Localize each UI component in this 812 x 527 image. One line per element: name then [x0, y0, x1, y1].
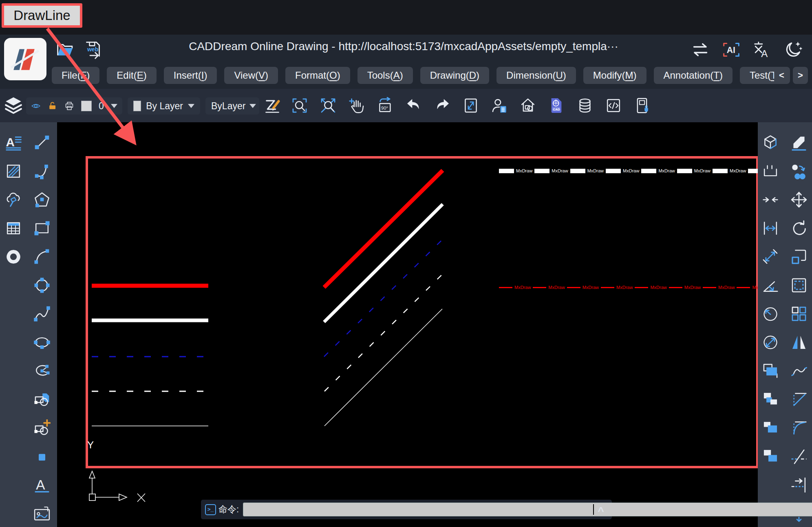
extend-tool[interactable]	[788, 445, 810, 468]
pencil-edit-icon[interactable]	[263, 97, 281, 115]
distance-tool[interactable]	[759, 217, 782, 240]
zoom-window-icon[interactable]	[291, 97, 308, 114]
scale-tool[interactable]	[788, 245, 810, 268]
drawing-entities[interactable]	[87, 157, 757, 467]
ellipse-arc-tool[interactable]	[31, 359, 53, 382]
zoom-extents-icon[interactable]	[320, 97, 337, 114]
translate-icon[interactable]: A	[752, 40, 772, 60]
eraser-tool[interactable]	[788, 131, 810, 154]
mxdraw-linetype-row-1[interactable]: MxDrawMxDrawMxDrawMxDrawMxDrawMxDrawMxDr…	[499, 168, 758, 174]
table-tool[interactable]	[2, 217, 25, 240]
box-3d-tool[interactable]	[759, 131, 782, 154]
move-tool[interactable]	[788, 188, 810, 211]
select-window-tool[interactable]	[788, 274, 810, 297]
draworder-mixed-tool[interactable]	[759, 388, 782, 411]
layers-icon[interactable]	[4, 96, 23, 115]
device-debug-icon[interactable]	[633, 97, 651, 114]
join-tool[interactable]	[759, 188, 782, 211]
draworder-above-tool[interactable]	[759, 417, 782, 439]
insert-block-tool[interactable]	[31, 417, 53, 439]
visibility-eye-icon[interactable]	[31, 101, 41, 111]
rotate-tool[interactable]	[788, 217, 810, 240]
menu-insert[interactable]: Insert(I)	[164, 67, 217, 84]
cad-file-icon[interactable]: CAD	[548, 97, 565, 114]
pan-icon[interactable]	[348, 97, 365, 114]
image-tool[interactable]	[31, 502, 53, 525]
save-web-icon[interactable]: web	[83, 40, 103, 60]
explode-tool[interactable]	[759, 160, 782, 183]
draworder-back-tool[interactable]	[759, 445, 782, 468]
command-prompt-label: 命令:	[218, 503, 239, 516]
polygon-tool[interactable]	[31, 188, 53, 211]
spline-tool[interactable]	[31, 302, 53, 325]
menu-view[interactable]: View(V)	[224, 67, 278, 84]
menu-tools[interactable]: Tools(A)	[357, 67, 413, 84]
menu-format[interactable]: Format(O)	[285, 67, 350, 84]
diameter-tool[interactable]	[759, 331, 782, 354]
fillet-tool[interactable]	[788, 417, 810, 439]
line-entity-8[interactable]	[324, 240, 442, 357]
layer-caret-down-icon[interactable]	[111, 104, 117, 108]
app-logo[interactable]	[4, 38, 46, 80]
text-tool[interactable]: A	[31, 474, 53, 496]
menu-file[interactable]: File(F)	[52, 67, 99, 84]
menu-drawing[interactable]: Drawing(D)	[420, 67, 489, 84]
rotate-90-icon[interactable]: 90°	[377, 97, 394, 114]
point-tool[interactable]	[31, 445, 53, 468]
rotate-icon	[790, 220, 808, 237]
collapse-command-icon[interactable]: ^	[594, 504, 608, 515]
user-list-icon[interactable]	[491, 97, 508, 114]
measure-length-tool[interactable]	[759, 245, 782, 268]
revision-cloud-tool[interactable]	[2, 188, 25, 211]
layer-color-swatch[interactable]	[81, 101, 92, 111]
text-style-tool[interactable]: A	[2, 131, 25, 154]
rectangle-tool[interactable]	[31, 217, 53, 240]
trim-tool[interactable]	[788, 474, 810, 496]
menu-dimension[interactable]: Dimension(U)	[496, 67, 576, 84]
menu-edit[interactable]: Edit(E)	[107, 67, 156, 84]
lock-open-icon[interactable]	[48, 101, 57, 111]
viewport-icon[interactable]	[462, 97, 479, 114]
line-tool[interactable]	[31, 131, 53, 154]
linetype-dropdown[interactable]: ByLayer	[205, 97, 259, 115]
mxdraw-linetype-row-2[interactable]: MxDrawMxDrawMxDrawMxDrawMxDrawMxDrawMxDr…	[499, 284, 758, 291]
move-icon	[790, 191, 808, 208]
menu-scroll-back-button[interactable]: <	[774, 67, 789, 84]
home-icon[interactable]	[519, 97, 536, 114]
wave-tool[interactable]	[788, 359, 810, 382]
arc-tool[interactable]	[31, 160, 53, 183]
line-entity-6[interactable]	[324, 170, 443, 287]
menu-modify[interactable]: Modify(M)	[583, 67, 647, 84]
angle-tool[interactable]	[759, 274, 782, 297]
menu-annotation[interactable]: Annotation(T)	[654, 67, 733, 84]
ellipse-tool[interactable]	[31, 331, 53, 354]
draworder-front-tool[interactable]	[759, 359, 782, 382]
database-icon[interactable]	[576, 97, 594, 114]
line-entity-9[interactable]	[324, 275, 441, 391]
redo-icon[interactable]	[434, 97, 451, 114]
mirror-tool[interactable]	[788, 331, 810, 354]
block-tool[interactable]	[31, 388, 53, 411]
array-tool[interactable]	[788, 302, 810, 325]
chamfer-tool[interactable]	[788, 388, 810, 411]
copy-tool[interactable]	[788, 160, 810, 183]
swap-icon[interactable]	[691, 40, 710, 60]
dark-mode-icon[interactable]	[783, 40, 803, 60]
fillet-curve-tool[interactable]	[31, 245, 53, 268]
command-input[interactable]	[243, 503, 812, 516]
undo-icon[interactable]	[405, 97, 422, 114]
circle-tool[interactable]	[31, 274, 53, 297]
drawing-canvas[interactable]: Y MxDrawMxDrawMxDrawMxDrawMxDrawMxDrawMx…	[57, 122, 758, 527]
color-dropdown[interactable]: By Layer	[128, 97, 200, 115]
mirror-icon	[790, 334, 808, 351]
ai-recognize-icon[interactable]: AI	[722, 40, 741, 60]
donut-tool[interactable]	[2, 245, 25, 268]
line-entity-10[interactable]	[324, 309, 442, 426]
open-folder-icon[interactable]	[55, 40, 75, 60]
menu-scroll-forward-button[interactable]: >	[793, 67, 808, 84]
code-icon[interactable]	[605, 97, 622, 114]
line-entity-7[interactable]	[324, 204, 443, 322]
hatch-tool[interactable]	[2, 160, 25, 183]
printer-icon[interactable]	[64, 101, 74, 111]
radius-tool[interactable]	[759, 302, 782, 325]
